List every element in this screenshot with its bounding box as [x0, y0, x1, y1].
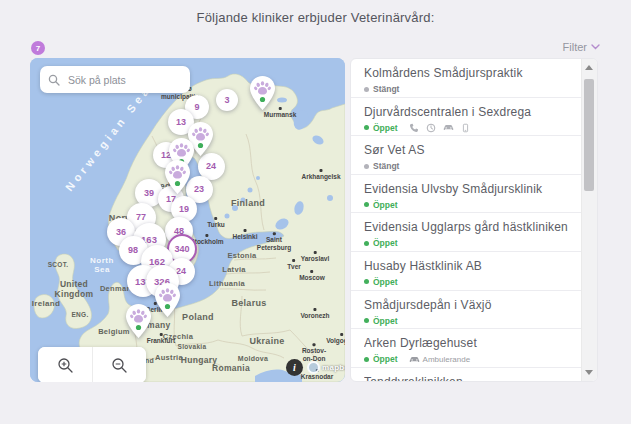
clinic-rows: Kolmårdens SmådjurspraktikStängtDjurvård…	[351, 59, 581, 381]
clinic-status-line: Öppet	[364, 238, 573, 248]
clinic-name: Tanddyreklinikken	[364, 375, 573, 381]
clinic-name: Arken Dyrlægehuset	[364, 336, 573, 350]
clinic-name: Kolmårdens Smådjurspraktik	[364, 66, 573, 80]
zoom-out-button[interactable]	[92, 347, 146, 382]
mapbox-logo-text: mapbox	[322, 363, 345, 372]
phone-icon	[409, 123, 419, 133]
mapbox-logo: mapbox	[307, 361, 345, 374]
chevron-down-icon	[591, 44, 600, 50]
status-dot-icon	[364, 125, 369, 130]
clinic-list-item[interactable]: Evidensia Ulvsby SmådjursklinikÖppet	[351, 175, 581, 214]
zoom-in-button[interactable]	[38, 347, 92, 382]
map-zoom-controls	[38, 347, 146, 382]
paw-pin-marker[interactable]	[125, 303, 152, 343]
mapbox-logo-icon	[307, 361, 320, 374]
status-dot-icon	[364, 357, 369, 362]
filter-dropdown[interactable]: Filter	[563, 41, 600, 53]
status-text: Öppet	[373, 277, 398, 287]
map-panel[interactable]: Norwegian SeaNorth SeaSwedenNorwayFinlan…	[30, 58, 345, 382]
clinic-list-item[interactable]: Arken DyrlægehusetÖppetAmbulerande	[351, 329, 581, 368]
car-icon	[443, 123, 454, 132]
scroll-up-icon[interactable]	[585, 65, 593, 70]
map-attribution: i mapbox	[286, 359, 345, 376]
mobile-icon	[461, 123, 470, 133]
clinic-status-line: Öppet	[364, 123, 573, 133]
clinic-list-panel: Kolmårdens SmådjurspraktikStängtDjurvård…	[350, 58, 598, 382]
status-dot-icon	[364, 318, 369, 323]
service-icons	[409, 123, 470, 133]
clinic-name: Evidensia Ugglarps gård hästkliniken	[364, 220, 573, 234]
status-dot-icon	[364, 279, 369, 284]
clinic-name: Husaby Hästklinik AB	[364, 259, 573, 273]
clinic-status-line: Stängt	[364, 161, 573, 171]
clinic-status-line: ÖppetAmbulerande	[364, 354, 573, 364]
clinic-list-item[interactable]: Evidensia Ugglarps gård hästklinikenÖppe…	[351, 213, 581, 252]
status-dot-icon	[364, 202, 369, 207]
zoom-in-icon	[57, 357, 74, 374]
status-text: Öppet	[373, 200, 398, 210]
search-input[interactable]	[66, 73, 182, 87]
zoom-out-icon	[111, 357, 128, 374]
map-info-button[interactable]: i	[286, 359, 303, 376]
clinic-name: Sør Vet AS	[364, 143, 573, 157]
map-cluster-marker[interactable]: 3	[216, 89, 238, 111]
veterinary-clinic-finder: Följande kliniker erbjuder Veterinärvård…	[0, 0, 631, 424]
clinic-name: Smådjursdepån i Växjö	[364, 298, 573, 312]
scrollbar-thumb[interactable]	[584, 79, 594, 191]
clinic-list-item[interactable]: Husaby Hästklinik ABÖppet	[351, 252, 581, 291]
ambulatory-tag: Ambulerande	[409, 355, 471, 364]
status-text: Stängt	[373, 84, 399, 94]
clinic-status-line: Stängt	[364, 84, 573, 94]
status-dot-icon	[364, 164, 369, 169]
car-icon	[409, 355, 420, 364]
clinic-list-item[interactable]: Sør Vet ASStängt	[351, 136, 581, 175]
filter-label: Filter	[563, 41, 587, 53]
clinic-list-item[interactable]: Smådjursdepån i VäxjöÖppet	[351, 291, 581, 330]
clock-icon	[426, 123, 436, 133]
paw-pin-marker[interactable]	[164, 159, 191, 199]
status-text: Stängt	[373, 161, 399, 171]
scrollbar[interactable]	[581, 59, 597, 381]
clinic-list-item[interactable]: Kolmårdens SmådjurspraktikStängt	[351, 59, 581, 98]
scroll-down-icon[interactable]	[585, 370, 593, 375]
map-markers-layer: 3913122423391719773648163983401622413732…	[30, 58, 345, 382]
map-search-box[interactable]	[40, 66, 190, 93]
status-dot-icon	[364, 241, 369, 246]
clinic-status-line: Öppet	[364, 316, 573, 326]
clinic-list-item[interactable]: Tanddyreklinikken	[351, 368, 581, 381]
status-text: Öppet	[373, 123, 398, 133]
status-text: Öppet	[373, 238, 398, 248]
clinic-name: Djurvårdscentralen i Sexdrega	[364, 105, 573, 119]
page-title: Följande kliniker erbjuder Veterinärvård…	[0, 10, 631, 25]
tag-text: Ambulerande	[423, 355, 471, 364]
paw-pin-marker[interactable]	[249, 75, 276, 115]
clinic-list-item[interactable]: Djurvårdscentralen i SexdregaÖppet	[351, 98, 581, 137]
results-count-badge: 7	[31, 41, 45, 55]
clinic-status-line: Öppet	[364, 277, 573, 287]
status-text: Öppet	[373, 316, 398, 326]
status-text: Öppet	[373, 354, 398, 364]
search-icon	[48, 74, 60, 86]
clinic-name: Evidensia Ulvsby Smådjursklinik	[364, 182, 573, 196]
status-dot-icon	[364, 87, 369, 92]
clinic-status-line: Öppet	[364, 200, 573, 210]
paw-pin-marker[interactable]	[154, 282, 181, 322]
